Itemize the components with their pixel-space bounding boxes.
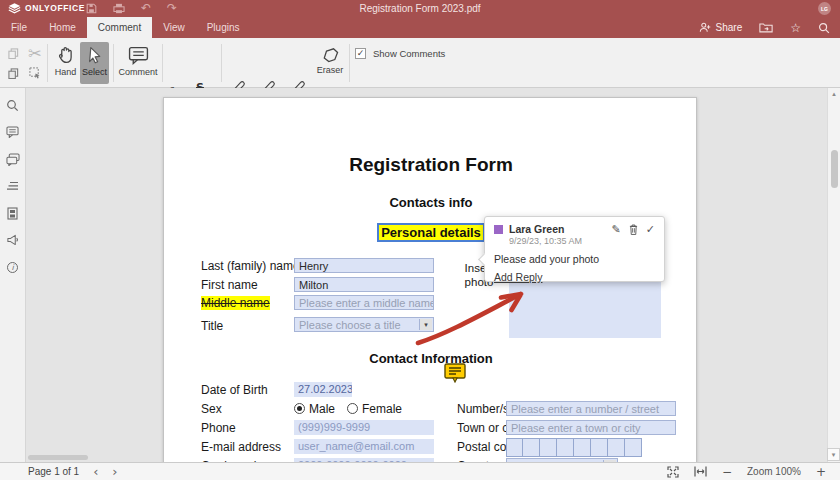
share-button[interactable]: Share bbox=[699, 22, 743, 33]
section-contact-information: Contact Information bbox=[164, 351, 697, 366]
comment-timestamp: 9/29/23, 10:35 AM bbox=[509, 236, 655, 246]
about-info-icon[interactable]: i bbox=[6, 260, 20, 274]
field-town-city[interactable]: Please enter a town or city bbox=[506, 420, 676, 435]
feedback-icon[interactable] bbox=[6, 233, 20, 247]
form-title: Registration Form bbox=[164, 154, 697, 176]
search-icon[interactable] bbox=[6, 98, 20, 112]
document-viewport: Registration Form Contacts info Personal… bbox=[26, 88, 840, 462]
next-page-button[interactable]: › bbox=[112, 467, 117, 477]
navigation-headings-icon[interactable] bbox=[6, 179, 20, 193]
titlebar-row-top: ONLYOFFICE ↶ ↷ Registration Form 2023.pd… bbox=[0, 0, 840, 17]
comment-tool-button[interactable]: Comment bbox=[116, 42, 160, 84]
comment-toolbar: ✂ Hand Select bbox=[0, 38, 840, 88]
favorite-star-icon[interactable]: ☆ bbox=[790, 22, 801, 34]
user-avatar[interactable]: LG bbox=[818, 2, 831, 15]
label-title: Title bbox=[201, 319, 223, 333]
radio-female[interactable]: Female bbox=[347, 402, 402, 416]
tab-comment[interactable]: Comment bbox=[87, 17, 152, 38]
select-cursor-icon bbox=[87, 46, 102, 65]
middle-name-strikeout-highlight[interactable]: Middle name bbox=[201, 296, 270, 310]
comment-popup: Lara Green ✎ ✓ 9/29/23, 10:35 AM Please … bbox=[484, 216, 665, 282]
comment-panel-icon[interactable] bbox=[6, 125, 20, 139]
show-comments-label: Show Comments bbox=[373, 48, 445, 59]
resolve-comment-icon[interactable]: ✓ bbox=[646, 224, 655, 235]
sex-radio-group: Male Female bbox=[294, 401, 402, 416]
add-reply-link[interactable]: Add Reply bbox=[494, 271, 542, 283]
label-date-of-birth: Date of Birth bbox=[201, 383, 268, 397]
tab-home[interactable]: Home bbox=[38, 17, 87, 38]
document-title: Registration Form 2023.pdf bbox=[0, 3, 840, 14]
cut-icon[interactable]: ✂ bbox=[27, 45, 43, 61]
title-dropdown-caret[interactable]: ▾ bbox=[419, 319, 432, 330]
field-postal-code-comb[interactable] bbox=[506, 438, 642, 457]
field-phone[interactable]: (999)999-9999 bbox=[294, 420, 434, 435]
page-thumbnails-icon[interactable] bbox=[6, 206, 20, 220]
tab-view[interactable]: View bbox=[152, 17, 196, 38]
statusbar: Page 1 of 1 ‹ › − Zoom 100% + bbox=[0, 462, 840, 480]
field-title-dropdown[interactable]: Please choose a title ▾ bbox=[294, 317, 434, 332]
comment-bubble-icon bbox=[128, 46, 149, 65]
zoom-out-button[interactable]: − bbox=[722, 467, 732, 477]
select-tool-button[interactable]: Select bbox=[80, 42, 109, 84]
show-comments-checkbox[interactable]: ✓ bbox=[355, 48, 366, 59]
label-phone: Phone bbox=[201, 421, 236, 435]
fit-width-icon[interactable] bbox=[694, 466, 707, 477]
tab-plugins[interactable]: Plugins bbox=[196, 17, 251, 38]
hand-tool-button[interactable]: Hand bbox=[51, 42, 80, 84]
delete-comment-icon[interactable] bbox=[629, 224, 638, 235]
field-date-of-birth[interactable]: 27.02.2023 bbox=[294, 382, 352, 397]
field-last-name[interactable]: Henry bbox=[294, 258, 434, 273]
radio-male[interactable]: Male bbox=[294, 402, 335, 416]
photo-upload-field[interactable] bbox=[509, 282, 661, 338]
radio-male-circle[interactable] bbox=[294, 403, 305, 414]
label-sex: Sex bbox=[201, 402, 222, 416]
zoom-in-button[interactable]: + bbox=[816, 467, 826, 477]
comment-text: Please add your photo bbox=[494, 253, 655, 265]
radio-female-circle[interactable] bbox=[347, 403, 358, 414]
show-comments-toggle[interactable]: ✓ Show Comments bbox=[355, 48, 445, 59]
eraser-button[interactable]: Eraser bbox=[313, 42, 347, 84]
label-first-name: First name bbox=[201, 278, 258, 292]
horizontal-scrollbar-thumb[interactable] bbox=[28, 455, 88, 460]
copy-icon[interactable] bbox=[5, 45, 21, 61]
paste-icon[interactable] bbox=[5, 65, 21, 81]
scroll-up-icon[interactable]: ▴ bbox=[828, 90, 840, 98]
hand-icon bbox=[57, 45, 74, 65]
author-color-square bbox=[494, 225, 503, 234]
field-first-name[interactable]: Milton bbox=[294, 277, 434, 292]
label-middle-name: Middle name bbox=[201, 296, 270, 310]
edit-comment-icon[interactable]: ✎ bbox=[612, 224, 621, 235]
page-indicator: Page 1 of 1 bbox=[28, 466, 79, 477]
chat-icon[interactable] bbox=[6, 152, 20, 166]
search-icon[interactable] bbox=[818, 22, 830, 34]
comment-author: Lara Green bbox=[509, 224, 564, 235]
comment-marker-icon[interactable] bbox=[444, 363, 466, 383]
zoom-level[interactable]: Zoom 100% bbox=[747, 466, 801, 477]
field-middle-name[interactable]: Please enter a middle name bbox=[294, 295, 434, 310]
vertical-scrollbar-thumb[interactable] bbox=[831, 150, 838, 188]
label-email: E-mail address bbox=[201, 440, 281, 454]
fit-page-icon[interactable] bbox=[667, 466, 679, 478]
eraser-icon bbox=[321, 47, 339, 63]
titlebar: ONLYOFFICE ↶ ↷ Registration Form 2023.pd… bbox=[0, 0, 840, 38]
previous-page-button[interactable]: ‹ bbox=[93, 467, 98, 477]
tab-file[interactable]: File bbox=[0, 17, 38, 38]
field-number-street[interactable]: Please enter a number / street bbox=[506, 401, 676, 416]
label-last-name: Last (family) name bbox=[201, 259, 300, 273]
share-person-icon bbox=[699, 22, 712, 33]
vertical-scrollbar[interactable]: ▴ ▾ bbox=[827, 88, 840, 462]
left-panel: i bbox=[0, 88, 26, 462]
open-file-location-icon[interactable] bbox=[759, 22, 773, 33]
onlyoffice-pdf-editor: ONLYOFFICE ↶ ↷ Registration Form 2023.pd… bbox=[0, 0, 840, 480]
select-all-icon[interactable] bbox=[27, 65, 43, 81]
scroll-down-icon[interactable]: ▾ bbox=[827, 448, 840, 461]
personal-details-highlighted-text[interactable]: Personal details bbox=[377, 223, 485, 242]
field-email[interactable]: user_name@email.com bbox=[294, 439, 434, 454]
section-contacts-info: Contacts info bbox=[164, 195, 697, 210]
